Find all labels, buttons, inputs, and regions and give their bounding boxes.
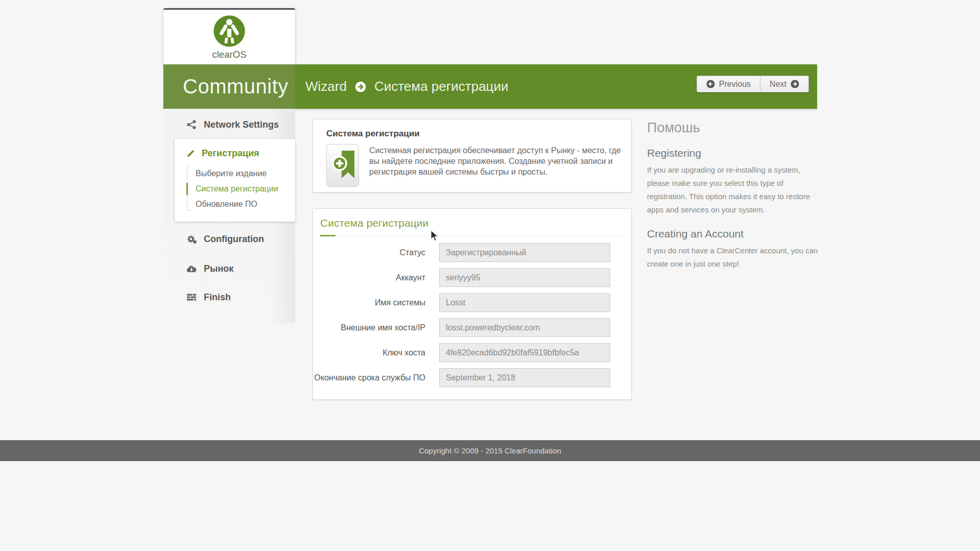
sidebar-item-label: Network Settings <box>204 119 279 130</box>
registration-intro-card: Система регистрации Системная регистраци… <box>313 119 632 193</box>
sidebar-item-marketplace[interactable]: Рынок <box>163 258 295 279</box>
subscription-end-label: Окончание срока службы ПО <box>313 373 439 382</box>
subnav-item-system-registration[interactable]: Система регистрации <box>187 181 295 197</box>
form-row-account: Аккаунт <box>313 268 631 287</box>
help-text-registering: If you are upgrading or re-installing a … <box>647 163 823 217</box>
subscription-end-field[interactable] <box>439 368 610 387</box>
breadcrumb-page: Система регистрации <box>374 79 509 94</box>
status-label: Статус <box>313 248 439 257</box>
copyright-text: Copyright © 2009 - 2015 ClearFoundation <box>419 446 561 455</box>
help-text-creating-account: If you do not have a ClearCenter account… <box>647 244 823 271</box>
sidebar-item-registration[interactable]: Регистрация <box>186 148 295 159</box>
breadcrumb-wizard: Wizard <box>305 79 347 94</box>
form-card-title: Система регистрации <box>320 217 624 236</box>
sidebar-item-finish[interactable]: Finish <box>163 287 295 307</box>
sidebar-item-configuration[interactable]: Configuration <box>163 229 295 249</box>
form-row-status: Статус <box>313 243 631 262</box>
registration-form-card: Система регистрации Статус Аккаунт Имя с… <box>313 208 632 400</box>
host-key-label: Ключ хоста <box>313 348 439 357</box>
form-row-host-key: Ключ хоста <box>313 343 631 362</box>
clearos-wordmark: clearOS <box>212 49 246 60</box>
sidebar-item-network-settings[interactable]: Network Settings <box>163 114 295 135</box>
intro-card-title: Система регистрации <box>326 129 623 139</box>
sidebar-item-label: Finish <box>204 292 231 303</box>
cloud-download-icon <box>186 263 197 274</box>
hostname-label: Внешние имя хоста/IP <box>313 323 439 332</box>
bookmark-plus-icon <box>326 144 359 187</box>
arrow-right-circle-icon <box>355 81 366 92</box>
arrow-left-circle-icon <box>706 80 715 88</box>
breadcrumb: Wizard Система регистрации <box>305 79 509 94</box>
form-row-hostname: Внешние имя хоста/IP <box>313 318 631 337</box>
system-name-field[interactable] <box>439 293 610 312</box>
gears-icon <box>186 234 197 244</box>
help-heading-creating-account: Creating an Account <box>647 228 823 240</box>
next-button-label: Next <box>770 80 786 89</box>
share-icon <box>186 119 197 130</box>
host-key-field[interactable] <box>439 343 610 362</box>
form-row-system-name: Имя системы <box>313 293 631 312</box>
sidebar-item-label: Регистрация <box>202 148 259 159</box>
account-label: Аккаунт <box>313 273 439 282</box>
subnav-item-software-updates[interactable]: Обновление ПО <box>187 197 295 212</box>
arrow-right-circle-icon <box>791 80 799 88</box>
hostname-field[interactable] <box>439 318 610 337</box>
community-title: Community <box>163 64 295 109</box>
sidebar-item-label: Configuration <box>204 234 264 245</box>
wizard-nav-buttons: Previous Next <box>697 76 809 92</box>
form-row-subscription-end: Окончание срока службы ПО <box>313 368 631 387</box>
next-button[interactable]: Next <box>760 76 808 92</box>
subnav-item-select-edition[interactable]: Выберите издание <box>187 166 295 181</box>
clearos-logo-icon: clearOS <box>201 14 257 61</box>
previous-button-label: Previous <box>719 80 751 89</box>
help-panel: Помошь Registering If you are upgrading … <box>647 120 823 271</box>
tasks-icon <box>186 292 197 302</box>
footer: Copyright © 2009 - 2015 ClearFoundation <box>0 440 980 461</box>
account-field[interactable] <box>439 268 610 287</box>
pencil-icon <box>186 149 196 158</box>
page-header: Community Wizard Система регистрации <box>163 64 817 109</box>
intro-card-description: Системная регистрация обеспечивает досту… <box>369 145 623 179</box>
logo-card: clearOS <box>163 8 295 66</box>
system-name-label: Имя системы <box>313 298 439 307</box>
mouse-cursor <box>431 230 439 242</box>
header-bar: Wizard Система регистрации Previous <box>295 64 817 109</box>
help-title: Помошь <box>647 120 823 136</box>
sidebar-item-label: Рынок <box>204 263 233 274</box>
status-field[interactable] <box>439 243 610 262</box>
help-heading-registering: Registering <box>647 147 823 159</box>
registration-subnav-card: Регистрация Выберите издание Система рег… <box>175 139 295 222</box>
registration-subnav-list: Выберите издание Система регистрации Обн… <box>187 163 295 212</box>
previous-button[interactable]: Previous <box>697 76 760 92</box>
